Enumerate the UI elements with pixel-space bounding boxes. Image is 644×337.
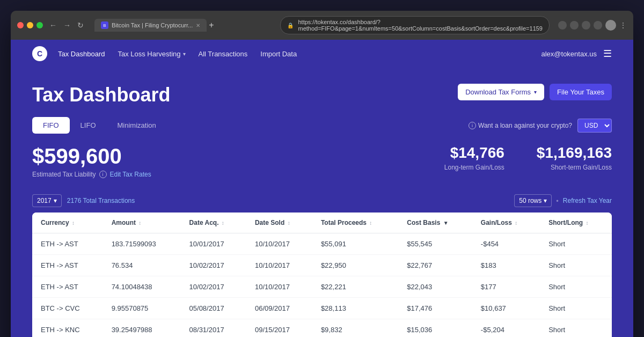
tab-lifo[interactable]: LIFO xyxy=(70,117,107,134)
year-selector[interactable]: 2017 ▾ xyxy=(32,194,62,207)
dropdown-arrow-icon: ▾ xyxy=(183,51,186,57)
minimize-button[interactable] xyxy=(27,22,33,28)
new-tab-button[interactable]: + xyxy=(209,20,214,30)
tax-info-icon[interactable]: i xyxy=(99,171,107,178)
browser-toolbar: ← → ↻ B Bitcoin Tax | Filing Cryptocurr.… xyxy=(11,11,633,40)
cell-amount: 183.71599093 xyxy=(103,233,181,255)
cell-date-sold: 10/10/2017 xyxy=(246,255,312,276)
side-stats: $14,766 Long-term Gain/Loss $1,169,163 S… xyxy=(444,144,612,171)
currency-selector[interactable]: USD EUR GBP xyxy=(577,119,612,133)
cell-short-long: Short xyxy=(540,276,612,298)
table-header: Currency ↕ Amount ↕ Date Acq. ↕ xyxy=(32,213,612,233)
year-dropdown-icon: ▾ xyxy=(54,197,57,204)
cell-amount: 74.10048438 xyxy=(103,276,181,298)
sort-icon-proceeds: ↕ xyxy=(369,220,372,226)
user-avatar[interactable] xyxy=(605,20,616,31)
star-icon[interactable] xyxy=(558,21,567,30)
browser-tab[interactable]: B Bitcoin Tax | Filing Cryptocurr... ✕ xyxy=(94,19,207,32)
cell-cost-basis: $17,476 xyxy=(398,298,472,319)
cell-short-long: Short xyxy=(540,233,612,255)
cell-cost-basis: $22,043 xyxy=(398,276,472,298)
sort-icon-currency: ↕ xyxy=(72,220,75,226)
refresh-tax-year-link[interactable]: Refresh Tax Year xyxy=(563,197,612,204)
traffic-lights xyxy=(17,22,43,28)
extension-icon-1[interactable] xyxy=(570,21,579,30)
sort-icon-gain-loss: ↕ xyxy=(515,220,517,226)
logo[interactable]: C xyxy=(32,46,47,61)
long-term-amount: $14,766 xyxy=(444,144,504,162)
download-tax-forms-button[interactable]: Download Tax Forms ▾ xyxy=(458,84,544,100)
kebab-menu[interactable]: ⋮ xyxy=(619,21,627,30)
cell-gain-loss: $10,637 xyxy=(472,298,540,319)
col-currency[interactable]: Currency ↕ xyxy=(32,213,103,233)
file-your-taxes-button[interactable]: File Your Taxes xyxy=(550,84,612,100)
nav-tax-dashboard[interactable]: Tax Dashboard xyxy=(58,50,105,58)
col-gain-loss[interactable]: Gain/Loss ↕ xyxy=(472,213,540,233)
cell-currency: ETH -> AST xyxy=(32,255,103,276)
cell-gain-loss: -$454 xyxy=(472,233,540,255)
table-row: ETH -> AST 183.71599093 10/01/2017 10/10… xyxy=(32,233,612,255)
col-short-long[interactable]: Short/Long ↕ xyxy=(540,213,612,233)
col-cost-basis[interactable]: Cost Basis ▼ xyxy=(398,213,472,233)
extension-icon-3[interactable] xyxy=(594,21,602,30)
estimated-tax-label: Estimated Tax Liability i Edit Tax Rates xyxy=(32,171,151,178)
cell-cost-basis: $22,767 xyxy=(398,255,472,276)
back-button[interactable]: ← xyxy=(47,20,59,31)
short-term-stat: $1,169,163 Short-term Gain/Loss xyxy=(537,144,612,171)
tab-minimization[interactable]: Minimization xyxy=(107,117,167,134)
app-container: C Tax Dashboard Tax Loss Harvesting ▾ Al… xyxy=(11,40,633,337)
browser-icons: ⋮ xyxy=(558,20,627,31)
col-amount[interactable]: Amount ↕ xyxy=(103,213,181,233)
browser-window: ← → ↻ B Bitcoin Tax | Filing Cryptocurr.… xyxy=(11,11,633,337)
table-row: ETH -> AST 74.10048438 10/02/2017 10/10/… xyxy=(32,276,612,298)
nav-import-data[interactable]: Import Data xyxy=(260,50,297,58)
tab-fifo[interactable]: FIFO xyxy=(32,117,70,134)
cell-amount: 9.95570875 xyxy=(103,298,181,319)
stats-row: $599,600 Estimated Tax Liability i Edit … xyxy=(32,144,612,178)
cell-proceeds: $22,221 xyxy=(312,276,398,298)
cell-gain-loss: -$5,204 xyxy=(472,319,540,338)
info-icon: i xyxy=(469,122,476,129)
edit-tax-rates-link[interactable]: Edit Tax Rates xyxy=(110,171,151,178)
hamburger-menu-icon[interactable]: ☰ xyxy=(603,48,612,60)
close-button[interactable] xyxy=(17,22,24,28)
tabs-right: i Want a loan against your crypto? USD E… xyxy=(469,119,612,133)
maximize-button[interactable] xyxy=(36,22,43,28)
extension-icon-2[interactable] xyxy=(582,21,590,30)
cell-currency: ETH -> AST xyxy=(32,276,103,298)
cell-date-sold: 06/09/2017 xyxy=(246,298,312,319)
tab-close-icon[interactable]: ✕ xyxy=(196,23,200,28)
tab-title: Bitcoin Tax | Filing Cryptocurr... xyxy=(112,22,193,28)
cell-date-sold: 09/15/2017 xyxy=(246,319,312,338)
nav-right: alex@tokentax.us ☰ xyxy=(541,48,612,60)
cell-proceeds: $28,113 xyxy=(312,298,398,319)
estimated-tax-amount: $599,600 xyxy=(32,144,151,169)
forward-button[interactable]: → xyxy=(61,20,73,31)
rows-dropdown-icon: ▾ xyxy=(544,197,547,204)
refresh-button[interactable]: ↻ xyxy=(75,20,86,31)
transactions-count[interactable]: 2176 Total Transactions xyxy=(67,197,135,204)
short-term-amount: $1,169,163 xyxy=(537,144,612,162)
col-date-acq[interactable]: Date Acq. ↕ xyxy=(181,213,246,233)
long-term-label: Long-term Gain/Loss xyxy=(444,164,504,171)
rows-per-page-selector[interactable]: 50 rows ▾ xyxy=(514,194,552,207)
tab-bar: B Bitcoin Tax | Filing Cryptocurr... ✕ + xyxy=(94,19,267,32)
sort-icon-cost-basis: ▼ xyxy=(443,220,449,226)
url-text: https://tokentax.co/dashboard/?method=FI… xyxy=(298,19,543,32)
cell-date-acq: 05/08/2017 xyxy=(181,298,246,319)
nav-all-transactions[interactable]: All Transactions xyxy=(199,50,248,58)
nav-links: Tax Dashboard Tax Loss Harvesting ▾ All … xyxy=(58,50,541,58)
cell-date-acq: 10/02/2017 xyxy=(181,276,246,298)
cell-date-sold: 10/10/2017 xyxy=(246,276,312,298)
address-bar[interactable]: 🔒 https://tokentax.co/dashboard/?method=… xyxy=(280,16,550,34)
main-stat: $599,600 Estimated Tax Liability i Edit … xyxy=(32,144,151,178)
transactions-table: Currency ↕ Amount ↕ Date Acq. ↕ xyxy=(32,213,612,337)
user-email: alex@tokentax.us xyxy=(541,50,597,58)
col-proceeds[interactable]: Total Proceeds ↕ xyxy=(312,213,398,233)
nav-tax-loss[interactable]: Tax Loss Harvesting ▾ xyxy=(118,50,185,58)
col-date-sold[interactable]: Date Sold ↕ xyxy=(246,213,312,233)
page-header: Tax Dashboard Download Tax Forms ▾ File … xyxy=(32,84,612,106)
cell-amount: 76.534 xyxy=(103,255,181,276)
table-row: ETH -> AST 76.534 10/02/2017 10/10/2017 … xyxy=(32,255,612,276)
cell-date-acq: 08/31/2017 xyxy=(181,319,246,338)
